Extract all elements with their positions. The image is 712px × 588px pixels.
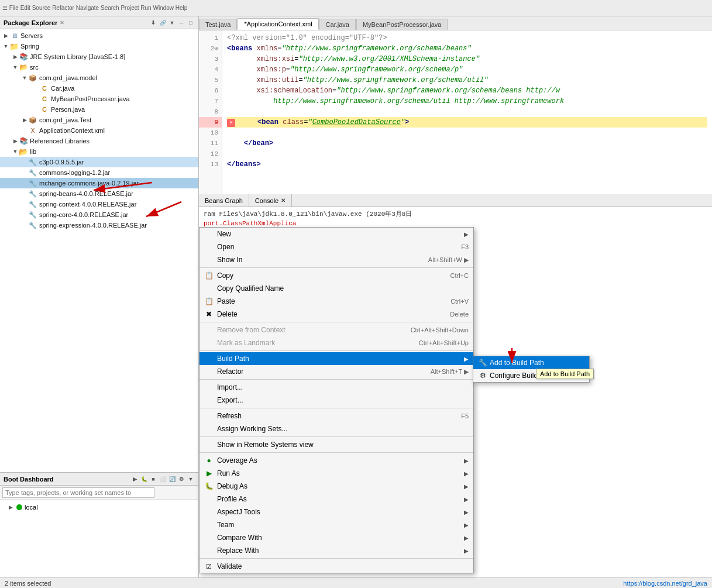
menu-item-new[interactable]: New ▶ <box>200 228 473 240</box>
aspectj-icon <box>204 507 214 517</box>
toolbar-spacer: ☰ File Edit Source Refactor Navigate Sea… <box>2 5 187 11</box>
link-editor-icon[interactable]: 🔗 <box>159 19 167 27</box>
line-num-12: 12 <box>199 149 222 159</box>
package-explorer-tree: ▶ 🖥 Servers ▼ 📁 Spring ▶ 📚 JRE System L <box>0 29 198 472</box>
maximize-icon[interactable]: □ <box>187 19 195 27</box>
tree-item-c3p0[interactable]: 🔧 c3p0-0.9.5.5.jar <box>0 157 198 167</box>
menu-item-coverage[interactable]: ● Coverage As ▶ <box>200 454 473 467</box>
menu-item-comparewith[interactable]: Compare With ▶ <box>200 531 473 544</box>
line-num-2: 2⊕ <box>199 43 222 54</box>
submenu-add-build-path-label: Add to Build Path <box>490 359 544 367</box>
menu-item-showin[interactable]: Show In Alt+Shift+W ▶ <box>200 253 473 266</box>
menu-item-validate[interactable]: ☑ Validate <box>200 560 473 573</box>
comparewith-icon <box>204 533 214 542</box>
validate-checkbox-icon: ☑ <box>204 562 214 571</box>
tree-label-spring-beans: spring-beans-4.0.0.RELEASE.jar <box>39 190 133 197</box>
panel-header-icons: ⬇ 🔗 ▼ ─ □ <box>149 19 195 27</box>
tree-item-mchange[interactable]: 🔧 mchange-commons-java-0.2.19.jar <box>0 178 198 188</box>
package-explorer-title: Package Explorer <box>4 19 57 26</box>
tree-item-appctx[interactable]: X ApplicationContext.xml <box>0 125 198 136</box>
boot-dashboard-header: Boot Dashboard ▶ 🐛 ■ ⬜ 🔄 ⚙ ▼ <box>0 473 198 486</box>
tree-item-spring-context[interactable]: 🔧 spring-context-4.0.0.RELEASE.jar <box>0 199 198 209</box>
menu-item-profileas[interactable]: Profile As ▶ <box>200 493 473 506</box>
tab-beans-graph[interactable]: Beans Graph <box>199 194 249 207</box>
tree-label-jre: JRE System Library [JavaSE-1.8] <box>30 53 125 60</box>
menu-item-refactor[interactable]: Refactor Alt+Shift+T ▶ <box>200 365 473 378</box>
boot-local-item[interactable]: ▶ local <box>5 502 194 513</box>
comparewith-arrow: ▶ <box>464 535 469 541</box>
view-menu-icon[interactable]: ▼ <box>168 19 176 27</box>
jre-icon: 📚 <box>19 52 28 61</box>
tree-item-servers[interactable]: ▶ 🖥 Servers <box>0 30 198 41</box>
code-line-10 <box>227 128 707 138</box>
export-icon <box>204 396 214 405</box>
tree-item-lib[interactable]: ▼ 📂 lib <box>0 146 198 157</box>
menu-item-buildpath[interactable]: Build Path ▶ <box>200 352 473 365</box>
submenu-add-build-path[interactable]: 🔧 Add to Build Path <box>473 356 589 369</box>
tab-car[interactable]: Car.java <box>319 19 356 30</box>
mchange-jar-icon: 🔧 <box>28 178 37 188</box>
tree-item-spring[interactable]: ▼ 📁 Spring <box>0 41 198 51</box>
tree-item-reflibs[interactable]: ▶ 📚 Referenced Libraries <box>0 136 198 146</box>
removectx-shortcut: Ctrl+Alt+Shift+Down <box>411 326 469 333</box>
tab-mybeanpost[interactable]: MyBeanPostProcessor.java <box>356 19 448 30</box>
tree-item-src[interactable]: ▼ 📂 src <box>0 62 198 73</box>
boot-search-input[interactable] <box>2 487 154 498</box>
menu-item-marklandmark[interactable]: Mark as Landmark Ctrl+Alt+Shift+Up <box>200 336 473 349</box>
tab-test[interactable]: Test.java <box>199 19 237 30</box>
tab-console[interactable]: Console ✕ <box>249 194 292 207</box>
menu-item-export[interactable]: Export... <box>200 394 473 407</box>
menu-item-import[interactable]: Import... <box>200 381 473 394</box>
menu-label-copy: Copy <box>217 271 233 280</box>
tree-item-model-pkg[interactable]: ▼ 📦 com.grd_java.model <box>0 73 198 83</box>
menu-item-assignworkingsets[interactable]: Assign Working Sets... <box>200 422 473 435</box>
tree-item-spring-core[interactable]: 🔧 spring-core-4.0.0.RELEASE.jar <box>0 209 198 220</box>
tree-item-spring-expr[interactable]: 🔧 spring-expression-4.0.0.RELEASE.jar <box>0 220 198 231</box>
menu-label-removectx: Remove from Context <box>217 326 286 334</box>
package-explorer-tab-icon: ✕ <box>60 20 64 26</box>
tree-item-spring-beans[interactable]: 🔧 spring-beans-4.0.0.RELEASE.jar <box>0 188 198 199</box>
menu-item-paste[interactable]: 📋 Paste Ctrl+V <box>200 295 473 308</box>
boot-open-console-icon[interactable]: ⬜ <box>159 475 167 483</box>
menu-item-copyqualified[interactable]: Copy Qualified Name <box>200 282 473 295</box>
boot-start-icon[interactable]: ▶ <box>130 475 139 483</box>
code-content-area[interactable]: <?xml version="1.0" encoding="UTF-8"?> <… <box>222 30 712 194</box>
console-tab-label: Console <box>255 197 278 204</box>
menu-item-copy[interactable]: 📋 Copy Ctrl+C <box>200 269 473 282</box>
menu-label-marklandmark: Mark as Landmark <box>217 339 275 347</box>
menu-item-refresh[interactable]: Refresh F5 <box>200 410 473 422</box>
boot-settings-icon[interactable]: ⚙ <box>177 475 185 483</box>
tree-item-mybeanpost[interactable]: C MyBeanPostProcessor.java <box>0 94 198 104</box>
menu-item-replacewith[interactable]: Replace With ▶ <box>200 544 473 557</box>
menu-item-showremote[interactable]: Show in Remote Systems view <box>200 438 473 451</box>
tree-item-jre[interactable]: ▶ 📚 JRE System Library [JavaSE-1.8] <box>0 51 198 62</box>
menu-label-paste: Paste <box>217 297 235 305</box>
tree-item-test-pkg[interactable]: ▶ 📦 com.grd_java.Test <box>0 115 198 125</box>
boot-stop-icon[interactable]: ■ <box>149 475 157 483</box>
collapse-all-icon[interactable]: ⬇ <box>149 19 157 27</box>
menu-item-open[interactable]: Open F3 <box>200 240 473 253</box>
console-close-icon[interactable]: ✕ <box>281 197 286 204</box>
menu-item-runas[interactable]: ▶ Run As ▶ <box>200 467 473 480</box>
menu-item-aspectj[interactable]: AspectJ Tools ▶ <box>200 506 473 518</box>
menu-label-comparewith: Compare With <box>217 534 262 542</box>
appctx-icon: X <box>28 126 37 135</box>
boot-refresh-icon[interactable]: 🔄 <box>168 475 176 483</box>
menu-item-debugas[interactable]: 🐛 Debug As ▶ <box>200 480 473 493</box>
menu-label-debugas: Debug As <box>217 482 247 490</box>
menu-item-removectx[interactable]: Remove from Context Ctrl+Alt+Shift+Down <box>200 324 473 336</box>
boot-menu-icon[interactable]: ▼ <box>187 475 195 483</box>
tree-item-person[interactable]: C Person.java <box>0 104 198 115</box>
tab-appctx[interactable]: *ApplicationContext.xml <box>238 18 318 30</box>
menu-item-team[interactable]: Team ▶ <box>200 518 473 531</box>
menu-item-delete[interactable]: ✖ Delete Delete <box>200 308 473 321</box>
boot-debug-icon[interactable]: 🐛 <box>140 475 148 483</box>
delete-icon: ✖ <box>204 310 214 319</box>
menu-label-showremote: Show in Remote Systems view <box>217 441 314 449</box>
tree-item-car[interactable]: C Car.java <box>0 83 198 94</box>
spring-context-icon: 🔧 <box>28 200 37 209</box>
tree-item-commons[interactable]: 🔧 commons-logging-1.2.jar <box>0 167 198 178</box>
removectx-icon <box>204 325 214 335</box>
replacewith-icon <box>204 546 214 555</box>
minimize-icon[interactable]: ─ <box>177 19 185 27</box>
